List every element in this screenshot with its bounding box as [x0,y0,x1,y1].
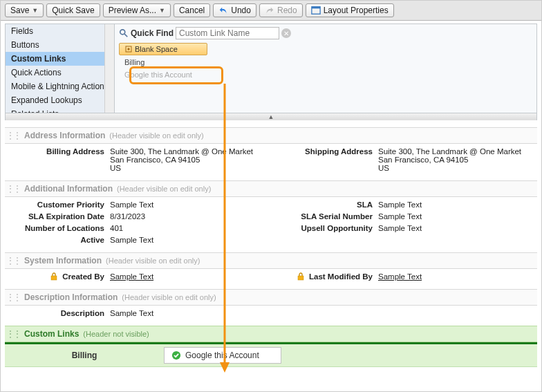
svg-rect-6 [298,276,303,280]
cancel-button[interactable]: Cancel [174,3,210,17]
field-label: SLA [274,200,378,209]
field-value: Sample Text [110,200,268,209]
palette-cat-mobile-lightning[interactable]: Mobile & Lightning Actions [6,80,114,93]
field-row[interactable]: Customer PrioritySample Text [6,200,268,209]
drag-handle-icon[interactable]: ⋮⋮ [6,256,20,265]
quick-find-input[interactable] [176,27,279,39]
field-row[interactable]: Number of Locations401 [6,224,268,232]
field-value: Suite 300, The Landmark @ One Market San… [110,147,268,172]
blank-space-icon [125,46,132,53]
field-created-by[interactable]: Created By Sample Text [6,272,268,281]
lock-icon [297,272,305,281]
field-value: 8/31/2023 [110,212,268,221]
field-row [274,236,536,244]
section-hint: (Header visible on edit only) [122,293,216,301]
palette-panel: Fields Buttons Custom Links Quick Action… [5,24,537,120]
palette-cat-expanded-lookups[interactable]: Expanded Lookups [6,93,114,107]
field-label: SLA Expiration Date [6,212,110,221]
undo-icon [218,6,228,15]
undo-button[interactable]: Undo [213,3,256,17]
field-value: Sample Text [378,272,422,281]
section-custom-links: ⋮⋮ Custom Links (Header not visible) Bil… [5,326,537,367]
field-value: Sample Text [378,212,536,221]
custom-link-billing[interactable]: Billing [5,351,164,360]
save-button[interactable]: Save▼ [5,3,44,17]
field-billing-address[interactable]: Billing Address Suite 300, The Landmark … [6,147,268,172]
palette-collapse-handle[interactable]: ▲ [6,113,536,120]
svg-rect-5 [51,276,57,280]
field-row[interactable]: SLA Serial NumberSample Text [274,212,536,221]
section-head-additional[interactable]: ⋮⋮ Additional Information (Header visibl… [5,180,537,197]
section-system: ⋮⋮ System Information (Header visible on… [5,252,537,286]
section-head-address[interactable]: ⋮⋮ Address Information (Header visible o… [5,127,537,144]
quick-save-button[interactable]: Quick Save [46,3,100,17]
palette-cat-buttons[interactable]: Buttons [6,38,114,52]
palette-cat-quick-actions[interactable]: Quick Actions [6,66,114,80]
field-last-modified-by[interactable]: Last Modified By Sample Text [274,272,536,281]
field-label: Shipping Address [274,147,378,156]
field-label: Active [6,236,110,244]
section-hint: (Header visible on edit only) [117,185,211,193]
preview-as-button[interactable]: Preview As...▼ [103,3,171,17]
custom-link-drop-google[interactable]: Google this Account [164,347,281,364]
drag-handle-icon[interactable]: ⋮⋮ [6,292,20,302]
field-label: Description [6,309,110,317]
drag-handle-icon[interactable]: ⋮⋮ [6,184,20,194]
field-row[interactable]: SLASample Text [274,200,536,209]
section-title: System Information [24,256,102,265]
custom-links-row[interactable]: Billing Google this Account [5,344,537,367]
layout-properties-button[interactable]: Layout Properties [306,3,394,17]
field-row[interactable]: ActiveSample Text [6,236,268,244]
field-shipping-address[interactable]: Shipping Address Suite 300, The Landmark… [274,147,536,172]
field-value: Suite 300, The Landmark @ One Market San… [378,147,536,172]
check-icon [171,351,181,360]
section-hint: (Header visible on edit only) [106,256,200,265]
section-additional: ⋮⋮ Additional Information (Header visibl… [5,180,537,250]
palette-item-blank-space[interactable]: Blank Space [119,43,207,55]
section-hint: (Header visible on edit only) [109,131,203,140]
field-value: Sample Text [110,309,536,317]
palette-items-area: Quick Find ✕ Blank Space Billing Google … [115,24,536,120]
quick-find-label: Quick Find [131,28,174,38]
field-value: Sample Text [110,236,268,244]
clear-search-icon[interactable]: ✕ [281,28,291,38]
layout-canvas: ⋮⋮ Address Information (Header visible o… [5,127,537,367]
redo-button[interactable]: Redo [259,3,303,17]
field-value: Sample Text [378,200,536,209]
palette-cat-custom-links[interactable]: Custom Links [6,52,114,66]
redo-icon [265,6,274,15]
section-description: ⋮⋮ Description Information (Header visib… [5,289,537,323]
search-icon [119,28,129,38]
toolbar: Save▼ Quick Save Preview As...▼ Cancel U… [1,1,541,21]
field-label: Created By [6,272,110,281]
field-row[interactable]: SLA Expiration Date8/31/2023 [6,212,268,221]
palette-category-list: Fields Buttons Custom Links Quick Action… [6,24,115,120]
section-head-description[interactable]: ⋮⋮ Description Information (Header visib… [5,289,537,306]
drag-handle-icon[interactable]: ⋮⋮ [6,131,20,140]
field-row[interactable]: Upsell OpportunitySample Text [274,224,536,232]
field-value: 401 [110,224,268,232]
section-title: Description Information [24,292,118,302]
field-label: Upsell Opportunity [274,224,378,232]
palette-cat-fields[interactable]: Fields [6,24,114,38]
section-title: Additional Information [24,184,113,194]
layout-icon [311,6,321,15]
section-address: ⋮⋮ Address Information (Header visible o… [5,127,537,178]
field-label: SLA Serial Number [274,212,378,221]
field-label: Customer Priority [6,200,110,209]
svg-rect-1 [312,7,320,9]
custom-link-label: Google this Account [185,351,259,360]
section-head-system[interactable]: ⋮⋮ System Information (Header visible on… [5,252,537,269]
section-title: Address Information [24,131,105,140]
palette-scrollbar[interactable] [104,24,114,120]
drag-handle-icon[interactable]: ⋮⋮ [6,329,20,339]
field-label: Number of Locations [6,224,110,232]
field-label: Last Modified By [274,272,378,281]
lock-icon [50,272,58,281]
palette-item-billing[interactable]: Billing [119,57,207,68]
svg-point-2 [120,30,125,35]
section-head-custom-links[interactable]: ⋮⋮ Custom Links (Header not visible) [5,326,537,342]
field-value: Sample Text [378,224,536,232]
field-description[interactable]: Description Sample Text [6,309,536,317]
palette-item-google[interactable]: Google this Account [119,69,207,80]
